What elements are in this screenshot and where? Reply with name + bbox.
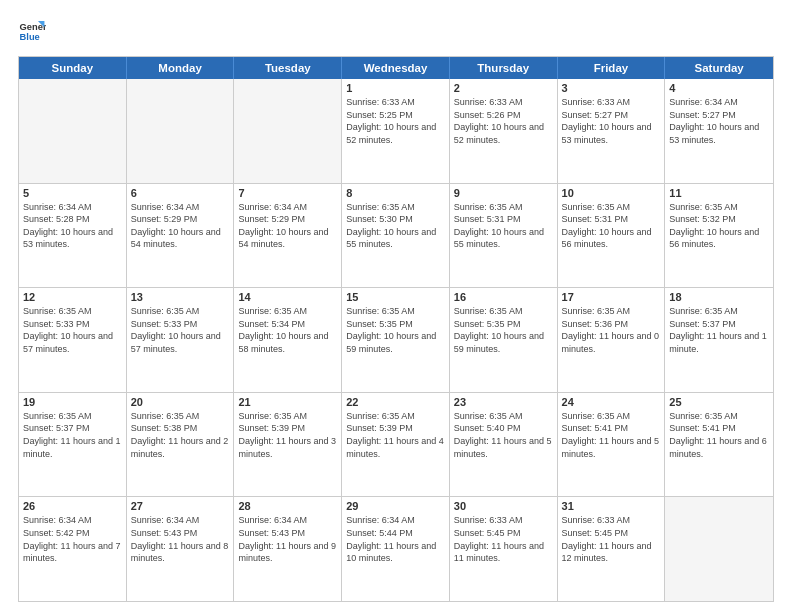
calendar-cell: 7Sunrise: 6:34 AM Sunset: 5:29 PM Daylig… (234, 184, 342, 288)
cell-day-number: 4 (669, 82, 769, 94)
calendar-cell (665, 497, 773, 601)
cell-info: Sunrise: 6:35 AM Sunset: 5:30 PM Dayligh… (346, 201, 445, 251)
calendar-cell: 4Sunrise: 6:34 AM Sunset: 5:27 PM Daylig… (665, 79, 773, 183)
calendar-cell: 25Sunrise: 6:35 AM Sunset: 5:41 PM Dayli… (665, 393, 773, 497)
calendar-cell: 29Sunrise: 6:34 AM Sunset: 5:44 PM Dayli… (342, 497, 450, 601)
cell-info: Sunrise: 6:33 AM Sunset: 5:45 PM Dayligh… (454, 514, 553, 564)
header-day-sunday: Sunday (19, 57, 127, 79)
calendar: SundayMondayTuesdayWednesdayThursdayFrid… (18, 56, 774, 602)
cell-info: Sunrise: 6:35 AM Sunset: 5:34 PM Dayligh… (238, 305, 337, 355)
calendar-cell: 3Sunrise: 6:33 AM Sunset: 5:27 PM Daylig… (558, 79, 666, 183)
cell-day-number: 17 (562, 291, 661, 303)
cell-day-number: 10 (562, 187, 661, 199)
cell-info: Sunrise: 6:35 AM Sunset: 5:39 PM Dayligh… (346, 410, 445, 460)
cell-info: Sunrise: 6:33 AM Sunset: 5:27 PM Dayligh… (562, 96, 661, 146)
header-day-saturday: Saturday (665, 57, 773, 79)
cell-day-number: 20 (131, 396, 230, 408)
header-day-wednesday: Wednesday (342, 57, 450, 79)
cell-info: Sunrise: 6:33 AM Sunset: 5:25 PM Dayligh… (346, 96, 445, 146)
logo: General Blue (18, 18, 46, 46)
cell-info: Sunrise: 6:35 AM Sunset: 5:37 PM Dayligh… (669, 305, 769, 355)
calendar-cell: 12Sunrise: 6:35 AM Sunset: 5:33 PM Dayli… (19, 288, 127, 392)
cell-info: Sunrise: 6:35 AM Sunset: 5:35 PM Dayligh… (454, 305, 553, 355)
calendar-cell: 9Sunrise: 6:35 AM Sunset: 5:31 PM Daylig… (450, 184, 558, 288)
cell-info: Sunrise: 6:35 AM Sunset: 5:37 PM Dayligh… (23, 410, 122, 460)
calendar-cell: 21Sunrise: 6:35 AM Sunset: 5:39 PM Dayli… (234, 393, 342, 497)
page: General Blue SundayMondayTuesdayWednesda… (0, 0, 792, 612)
calendar-cell: 20Sunrise: 6:35 AM Sunset: 5:38 PM Dayli… (127, 393, 235, 497)
svg-text:Blue: Blue (20, 32, 40, 42)
cell-info: Sunrise: 6:35 AM Sunset: 5:41 PM Dayligh… (669, 410, 769, 460)
cell-info: Sunrise: 6:35 AM Sunset: 5:33 PM Dayligh… (23, 305, 122, 355)
cell-info: Sunrise: 6:34 AM Sunset: 5:27 PM Dayligh… (669, 96, 769, 146)
calendar-cell (127, 79, 235, 183)
cell-info: Sunrise: 6:35 AM Sunset: 5:41 PM Dayligh… (562, 410, 661, 460)
cell-day-number: 19 (23, 396, 122, 408)
calendar-cell: 31Sunrise: 6:33 AM Sunset: 5:45 PM Dayli… (558, 497, 666, 601)
calendar-cell: 13Sunrise: 6:35 AM Sunset: 5:33 PM Dayli… (127, 288, 235, 392)
cell-info: Sunrise: 6:34 AM Sunset: 5:43 PM Dayligh… (131, 514, 230, 564)
cell-day-number: 28 (238, 500, 337, 512)
calendar-cell: 26Sunrise: 6:34 AM Sunset: 5:42 PM Dayli… (19, 497, 127, 601)
calendar-cell: 23Sunrise: 6:35 AM Sunset: 5:40 PM Dayli… (450, 393, 558, 497)
cell-day-number: 21 (238, 396, 337, 408)
calendar-cell: 8Sunrise: 6:35 AM Sunset: 5:30 PM Daylig… (342, 184, 450, 288)
calendar-row-1: 5Sunrise: 6:34 AM Sunset: 5:28 PM Daylig… (19, 184, 773, 289)
logo-icon: General Blue (18, 18, 46, 46)
cell-info: Sunrise: 6:35 AM Sunset: 5:40 PM Dayligh… (454, 410, 553, 460)
cell-day-number: 7 (238, 187, 337, 199)
cell-info: Sunrise: 6:35 AM Sunset: 5:32 PM Dayligh… (669, 201, 769, 251)
header: General Blue (18, 18, 774, 46)
cell-day-number: 30 (454, 500, 553, 512)
calendar-cell: 10Sunrise: 6:35 AM Sunset: 5:31 PM Dayli… (558, 184, 666, 288)
calendar-row-2: 12Sunrise: 6:35 AM Sunset: 5:33 PM Dayli… (19, 288, 773, 393)
calendar-cell: 15Sunrise: 6:35 AM Sunset: 5:35 PM Dayli… (342, 288, 450, 392)
header-day-friday: Friday (558, 57, 666, 79)
cell-info: Sunrise: 6:35 AM Sunset: 5:38 PM Dayligh… (131, 410, 230, 460)
calendar-cell: 24Sunrise: 6:35 AM Sunset: 5:41 PM Dayli… (558, 393, 666, 497)
cell-day-number: 25 (669, 396, 769, 408)
calendar-cell: 27Sunrise: 6:34 AM Sunset: 5:43 PM Dayli… (127, 497, 235, 601)
cell-day-number: 14 (238, 291, 337, 303)
cell-day-number: 3 (562, 82, 661, 94)
cell-day-number: 18 (669, 291, 769, 303)
cell-day-number: 8 (346, 187, 445, 199)
calendar-cell: 28Sunrise: 6:34 AM Sunset: 5:43 PM Dayli… (234, 497, 342, 601)
calendar-row-3: 19Sunrise: 6:35 AM Sunset: 5:37 PM Dayli… (19, 393, 773, 498)
cell-info: Sunrise: 6:33 AM Sunset: 5:26 PM Dayligh… (454, 96, 553, 146)
calendar-row-0: 1Sunrise: 6:33 AM Sunset: 5:25 PM Daylig… (19, 79, 773, 184)
cell-day-number: 24 (562, 396, 661, 408)
calendar-cell: 5Sunrise: 6:34 AM Sunset: 5:28 PM Daylig… (19, 184, 127, 288)
cell-info: Sunrise: 6:34 AM Sunset: 5:29 PM Dayligh… (238, 201, 337, 251)
header-day-thursday: Thursday (450, 57, 558, 79)
calendar-cell: 30Sunrise: 6:33 AM Sunset: 5:45 PM Dayli… (450, 497, 558, 601)
cell-day-number: 9 (454, 187, 553, 199)
cell-info: Sunrise: 6:34 AM Sunset: 5:42 PM Dayligh… (23, 514, 122, 564)
calendar-header-row: SundayMondayTuesdayWednesdayThursdayFrid… (19, 57, 773, 79)
cell-day-number: 6 (131, 187, 230, 199)
cell-info: Sunrise: 6:35 AM Sunset: 5:31 PM Dayligh… (454, 201, 553, 251)
calendar-cell (19, 79, 127, 183)
calendar-body: 1Sunrise: 6:33 AM Sunset: 5:25 PM Daylig… (19, 79, 773, 601)
cell-day-number: 29 (346, 500, 445, 512)
calendar-cell: 17Sunrise: 6:35 AM Sunset: 5:36 PM Dayli… (558, 288, 666, 392)
cell-day-number: 26 (23, 500, 122, 512)
calendar-cell: 6Sunrise: 6:34 AM Sunset: 5:29 PM Daylig… (127, 184, 235, 288)
cell-day-number: 16 (454, 291, 553, 303)
cell-day-number: 12 (23, 291, 122, 303)
cell-info: Sunrise: 6:34 AM Sunset: 5:29 PM Dayligh… (131, 201, 230, 251)
cell-day-number: 23 (454, 396, 553, 408)
cell-day-number: 15 (346, 291, 445, 303)
calendar-cell: 1Sunrise: 6:33 AM Sunset: 5:25 PM Daylig… (342, 79, 450, 183)
calendar-cell: 14Sunrise: 6:35 AM Sunset: 5:34 PM Dayli… (234, 288, 342, 392)
cell-day-number: 2 (454, 82, 553, 94)
cell-day-number: 11 (669, 187, 769, 199)
calendar-cell: 22Sunrise: 6:35 AM Sunset: 5:39 PM Dayli… (342, 393, 450, 497)
calendar-cell: 19Sunrise: 6:35 AM Sunset: 5:37 PM Dayli… (19, 393, 127, 497)
calendar-cell: 16Sunrise: 6:35 AM Sunset: 5:35 PM Dayli… (450, 288, 558, 392)
calendar-cell: 2Sunrise: 6:33 AM Sunset: 5:26 PM Daylig… (450, 79, 558, 183)
cell-info: Sunrise: 6:35 AM Sunset: 5:36 PM Dayligh… (562, 305, 661, 355)
header-day-tuesday: Tuesday (234, 57, 342, 79)
cell-day-number: 22 (346, 396, 445, 408)
cell-info: Sunrise: 6:33 AM Sunset: 5:45 PM Dayligh… (562, 514, 661, 564)
